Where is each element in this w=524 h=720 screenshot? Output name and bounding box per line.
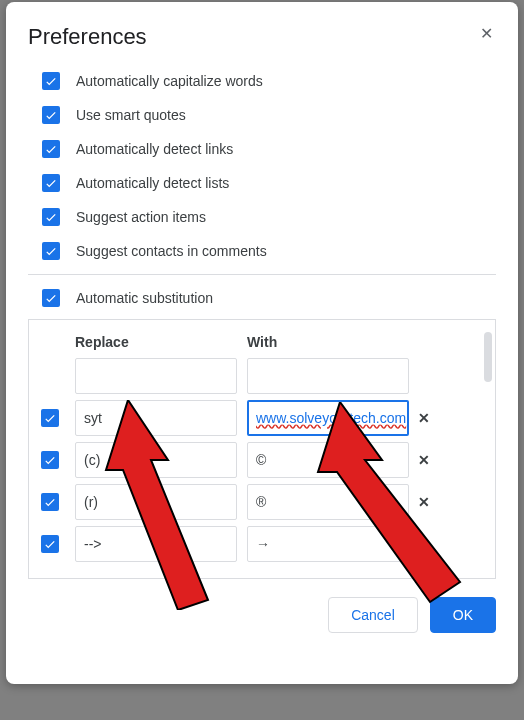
pref-suggest-actions[interactable]: Suggest action items bbox=[42, 208, 496, 226]
pref-detect-lists[interactable]: Automatically detect lists bbox=[42, 174, 496, 192]
checkbox-icon[interactable] bbox=[42, 140, 60, 158]
checkbox-icon[interactable] bbox=[42, 106, 60, 124]
pref-suggest-contacts[interactable]: Suggest contacts in comments bbox=[42, 242, 496, 260]
pref-auto-capitalize[interactable]: Automatically capitalize words bbox=[42, 72, 496, 90]
replace-input[interactable] bbox=[75, 400, 237, 436]
cancel-button[interactable]: Cancel bbox=[328, 597, 418, 633]
checkbox-icon[interactable] bbox=[42, 242, 60, 260]
checkbox-icon[interactable] bbox=[41, 451, 59, 469]
checkbox-icon[interactable] bbox=[41, 493, 59, 511]
checkbox-icon[interactable] bbox=[41, 409, 59, 427]
checkbox-icon[interactable] bbox=[41, 535, 59, 553]
table-row: ✕ bbox=[41, 484, 489, 520]
table-header-row: Replace With bbox=[41, 334, 489, 350]
replace-input[interactable] bbox=[75, 484, 237, 520]
divider bbox=[28, 274, 496, 275]
pref-label: Automatic substitution bbox=[76, 290, 213, 306]
pref-label: Automatically detect lists bbox=[76, 175, 229, 191]
table-row: ✕ bbox=[41, 526, 489, 562]
pref-detect-links[interactable]: Automatically detect links bbox=[42, 140, 496, 158]
close-icon[interactable]: ✕ bbox=[476, 24, 496, 44]
delete-row-icon[interactable]: ✕ bbox=[409, 410, 439, 426]
scrollbar-icon[interactable] bbox=[484, 332, 492, 382]
checkbox-icon[interactable] bbox=[42, 174, 60, 192]
dialog-title: Preferences bbox=[28, 24, 147, 50]
pref-label: Automatically capitalize words bbox=[76, 73, 263, 89]
with-input[interactable] bbox=[247, 526, 409, 562]
preferences-dialog: Preferences ✕ Automatically capitalize w… bbox=[6, 2, 518, 684]
replace-input[interactable] bbox=[75, 442, 237, 478]
table-row: www.solveyourtech.com ✕ bbox=[41, 400, 489, 436]
delete-row-icon[interactable]: ✕ bbox=[409, 494, 439, 510]
replace-input[interactable] bbox=[75, 358, 237, 394]
pref-label: Suggest action items bbox=[76, 209, 206, 225]
with-input[interactable] bbox=[247, 484, 409, 520]
preferences-list: Automatically capitalize words Use smart… bbox=[28, 72, 496, 270]
checkbox-icon[interactable] bbox=[42, 289, 60, 307]
checkbox-icon[interactable] bbox=[42, 208, 60, 226]
delete-row-icon[interactable]: ✕ bbox=[409, 536, 439, 552]
pref-label: Use smart quotes bbox=[76, 107, 186, 123]
ok-button[interactable]: OK bbox=[430, 597, 496, 633]
with-input[interactable]: www.solveyourtech.com bbox=[247, 400, 409, 436]
dialog-header: Preferences ✕ bbox=[28, 24, 496, 50]
table-row: ✕ bbox=[41, 442, 489, 478]
with-input[interactable] bbox=[247, 358, 409, 394]
with-input[interactable] bbox=[247, 442, 409, 478]
replace-input[interactable] bbox=[75, 526, 237, 562]
dialog-footer: Cancel OK bbox=[28, 597, 496, 633]
pref-auto-substitution[interactable]: Automatic substitution bbox=[28, 289, 496, 307]
replace-header: Replace bbox=[75, 334, 237, 350]
with-header: With bbox=[247, 334, 409, 350]
substitution-table: Replace With www.solveyourtech.com ✕ ✕ bbox=[28, 319, 496, 579]
pref-smart-quotes[interactable]: Use smart quotes bbox=[42, 106, 496, 124]
checkbox-icon[interactable] bbox=[42, 72, 60, 90]
delete-row-icon[interactable]: ✕ bbox=[409, 452, 439, 468]
pref-label: Automatically detect links bbox=[76, 141, 233, 157]
table-row bbox=[41, 358, 489, 394]
pref-label: Suggest contacts in comments bbox=[76, 243, 267, 259]
